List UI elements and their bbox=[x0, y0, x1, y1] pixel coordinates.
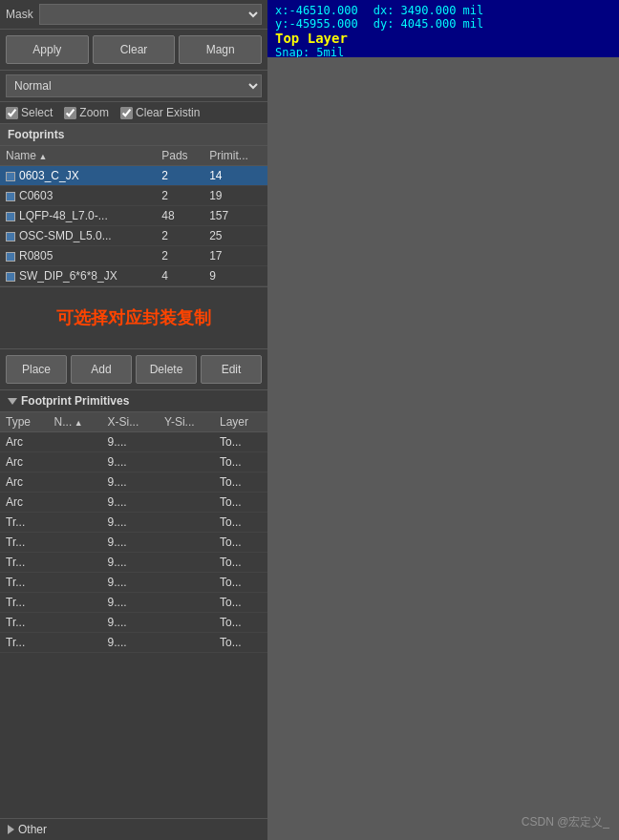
table-row[interactable]: 0603_C_JX 2 14 bbox=[0, 166, 267, 186]
csdn-watermark: CSDN @宏定义_ bbox=[522, 814, 609, 830]
list-item[interactable]: Arc 9.... To... bbox=[0, 452, 267, 472]
fp-name-cell: LQFP-48_L7.0-... bbox=[0, 206, 156, 226]
prim-n-cell bbox=[49, 553, 102, 573]
prim-x-cell: 9.... bbox=[102, 472, 159, 493]
button-row: Apply Clear Magn bbox=[0, 30, 267, 71]
table-row[interactable]: LQFP-48_L7.0-... 48 157 bbox=[0, 206, 267, 226]
prim-x-cell: 9.... bbox=[102, 513, 159, 533]
prim-layer-cell: To... bbox=[214, 513, 267, 533]
apply-button[interactable]: Apply bbox=[6, 35, 89, 64]
table-row[interactable]: OSC-SMD_L5.0... 2 25 bbox=[0, 226, 267, 246]
primitives-header: Footprint Primitives bbox=[0, 390, 267, 412]
other-section[interactable]: Other bbox=[0, 818, 267, 840]
fp-pads-cell: 2 bbox=[156, 226, 203, 246]
list-item[interactable]: Tr... 9.... To... bbox=[0, 513, 267, 533]
prim-n-cell bbox=[49, 613, 102, 633]
add-button[interactable]: Add bbox=[71, 355, 132, 384]
edit-button[interactable]: Edit bbox=[201, 355, 262, 384]
prim-y-cell bbox=[159, 493, 214, 513]
prim-layer-cell: To... bbox=[214, 472, 267, 493]
fp-pads-cell: 2 bbox=[156, 186, 203, 206]
fp-name-cell: C0603 bbox=[0, 186, 156, 206]
prim-type-cell: Tr... bbox=[0, 533, 49, 553]
footprints-section: Footprints Name Pads Primit... 0603_C_JX… bbox=[0, 124, 267, 287]
prim-y-cell bbox=[159, 472, 214, 493]
footprints-header: Footprints bbox=[0, 124, 267, 146]
prim-layer-cell: To... bbox=[214, 593, 267, 613]
prim-y-cell bbox=[159, 452, 214, 472]
prim-x-cell: 9.... bbox=[102, 633, 159, 653]
prim-y-cell bbox=[159, 553, 214, 573]
collapse-icon[interactable] bbox=[8, 398, 17, 405]
prim-type-cell: Tr... bbox=[0, 593, 49, 613]
prim-col-layer[interactable]: Layer bbox=[214, 412, 267, 432]
prim-col-xsi[interactable]: X-Si... bbox=[102, 412, 159, 432]
list-item[interactable]: Tr... 9.... To... bbox=[0, 553, 267, 573]
prim-col-ysi[interactable]: Y-Si... bbox=[159, 412, 214, 432]
select-checkbox-label[interactable]: Select bbox=[6, 106, 53, 119]
clear-existing-checkbox[interactable] bbox=[120, 107, 133, 119]
primitives-table-wrapper[interactable]: Type N... X-Si... Y-Si... Layer Arc 9...… bbox=[0, 412, 267, 818]
fp-col-pads[interactable]: Pads bbox=[156, 146, 203, 166]
table-row[interactable]: R0805 2 17 bbox=[0, 246, 267, 266]
layer-info: Top Layer bbox=[275, 31, 611, 46]
table-row[interactable]: C0603 2 19 bbox=[0, 186, 267, 206]
mask-select[interactable] bbox=[39, 4, 262, 25]
prim-x-cell: 9.... bbox=[102, 593, 159, 613]
prim-layer-cell: To... bbox=[214, 633, 267, 653]
prim-type-cell: Arc bbox=[0, 472, 49, 493]
list-item[interactable]: Tr... 9.... To... bbox=[0, 573, 267, 593]
table-row[interactable]: SW_DIP_6*6*8_JX 4 9 bbox=[0, 266, 267, 286]
fp-col-name[interactable]: Name bbox=[0, 146, 156, 166]
prim-y-cell bbox=[159, 613, 214, 633]
list-item[interactable]: Tr... 9.... To... bbox=[0, 613, 267, 633]
prim-n-cell bbox=[49, 533, 102, 553]
list-item[interactable]: Arc 9.... To... bbox=[0, 472, 267, 493]
normal-select[interactable]: Normal bbox=[6, 74, 262, 97]
zoom-checkbox[interactable] bbox=[64, 107, 76, 119]
list-item[interactable]: Tr... 9.... To... bbox=[0, 533, 267, 553]
fp-primitives-cell: 9 bbox=[203, 266, 267, 286]
coord-dx: dx: 3490.000 mil bbox=[374, 4, 484, 17]
prim-n-cell bbox=[49, 573, 102, 593]
prim-y-cell bbox=[159, 533, 214, 553]
zoom-label: Zoom bbox=[79, 106, 109, 119]
prim-x-cell: 9.... bbox=[102, 533, 159, 553]
prim-col-n[interactable]: N... bbox=[49, 412, 102, 432]
list-item[interactable]: Tr... 9.... To... bbox=[0, 593, 267, 613]
primitives-table: Type N... X-Si... Y-Si... Layer Arc 9...… bbox=[0, 412, 267, 653]
primitives-section: Footprint Primitives Type N... X-Si... Y… bbox=[0, 390, 267, 818]
prim-y-cell bbox=[159, 432, 214, 452]
delete-button[interactable]: Delete bbox=[136, 355, 197, 384]
footprints-table: Name Pads Primit... 0603_C_JX 2 14 C0603… bbox=[0, 146, 267, 286]
mask-label: Mask bbox=[6, 8, 33, 21]
place-button[interactable]: Place bbox=[6, 355, 67, 384]
zoom-checkbox-label[interactable]: Zoom bbox=[64, 106, 109, 119]
coord-x: x:-46510.000 bbox=[275, 4, 358, 17]
fp-col-primitives[interactable]: Primit... bbox=[203, 146, 267, 166]
fp-primitives-cell: 19 bbox=[203, 186, 267, 206]
list-item[interactable]: Arc 9.... To... bbox=[0, 493, 267, 513]
magn-button[interactable]: Magn bbox=[179, 35, 262, 64]
list-item[interactable]: Arc 9.... To... bbox=[0, 432, 267, 452]
select-label: Select bbox=[21, 106, 53, 119]
right-panel: x:-46510.000 dx: 3490.000 mil y:-45955.0… bbox=[267, 0, 619, 840]
prim-layer-cell: To... bbox=[214, 493, 267, 513]
prim-y-cell bbox=[159, 633, 214, 653]
prim-type-cell: Tr... bbox=[0, 633, 49, 653]
clear-existing-checkbox-label[interactable]: Clear Existin bbox=[120, 106, 200, 119]
fp-name-cell: OSC-SMD_L5.0... bbox=[0, 226, 156, 246]
normal-row: Normal bbox=[0, 71, 267, 102]
canvas-area[interactable] bbox=[267, 57, 619, 840]
prim-layer-cell: To... bbox=[214, 452, 267, 472]
mask-row: Mask bbox=[0, 0, 267, 30]
list-item[interactable]: Tr... 9.... To... bbox=[0, 633, 267, 653]
fp-name-cell: R0805 bbox=[0, 246, 156, 266]
clear-button[interactable]: Clear bbox=[93, 35, 176, 64]
prim-col-type[interactable]: Type bbox=[0, 412, 49, 432]
select-checkbox[interactable] bbox=[6, 107, 18, 119]
prim-type-cell: Arc bbox=[0, 452, 49, 472]
other-expand-icon[interactable] bbox=[8, 825, 14, 834]
fp-name-cell: 0603_C_JX bbox=[0, 166, 156, 186]
prim-x-cell: 9.... bbox=[102, 432, 159, 452]
